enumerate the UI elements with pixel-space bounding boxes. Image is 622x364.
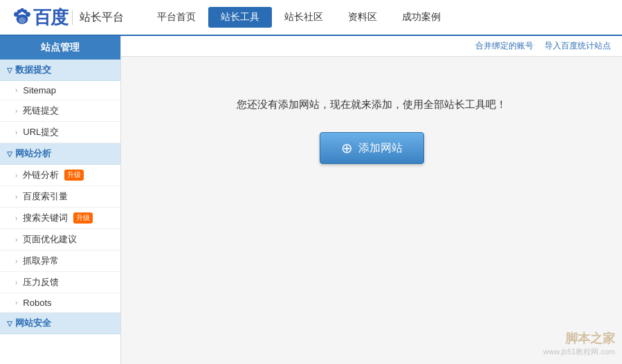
add-icon: ⊕ [341,140,353,156]
sidebar-section-data-submit[interactable]: ▽ 数据提交 [0,60,120,81]
sidebar-item-sitemap[interactable]: › Sitemap [0,81,120,100]
add-website-button[interactable]: ⊕ 添加网站 [320,132,424,164]
baidu-paw-icon [12,8,32,27]
sidebar-item-outbound-links[interactable]: › 外链分析 升级 [0,165,120,186]
sidebar-section-data-submit-label: 数据提交 [15,64,51,76]
arrow-crawl-error: › [15,257,17,265]
arrow-outbound-links: › [15,172,17,179]
collapse-arrow-site-analysis: ▽ [7,150,12,158]
nav-item-cases[interactable]: 成功案例 [390,7,453,28]
sidebar-item-baidu-index[interactable]: › 百度索引量 [0,186,120,208]
sidebar-section-site-security[interactable]: ▽ 网站安全 [0,313,120,334]
sidebar-section-site-analysis[interactable]: ▽ 网站分析 [0,143,120,165]
sidebar-item-dead-links[interactable]: › 死链提交 [0,100,120,122]
import-stats-link[interactable]: 导入百度统计站点 [545,40,611,52]
watermark-sub: www.jb51教程网.com [543,347,615,357]
arrow-page-optimize: › [15,236,17,244]
baidu-logo: 百度 [11,6,68,30]
arrow-dead-links: › [15,107,17,115]
sidebar-section-site-security-label: 网站安全 [15,317,51,329]
badge-search-keywords: 升级 [73,212,93,224]
nav-item-tools[interactable]: 站长工具 [208,7,272,28]
add-website-label: 添加网站 [358,141,403,156]
sidebar-item-robots[interactable]: › Robots [0,293,120,313]
sidebar-item-pressure-feedback[interactable]: › 压力反馈 [0,272,120,293]
arrow-sitemap: › [15,87,17,94]
nav-item-community[interactable]: 站长社区 [272,7,336,28]
sidebar-item-url-submit[interactable]: › URL提交 [0,122,120,143]
merge-account-link[interactable]: 合并绑定的账号 [475,40,533,52]
sidebar-item-page-optimize[interactable]: › 页面优化建议 [0,229,120,251]
main-toolbar: 合并绑定的账号 导入百度统计站点 [121,36,622,57]
arrow-url-submit: › [15,129,17,136]
baidu-logo-text: 百度 [33,6,68,30]
badge-outbound-links: 升级 [64,170,84,181]
svg-point-6 [19,17,26,23]
collapse-arrow-site-security: ▽ [7,320,12,327]
arrow-robots: › [15,299,17,307]
watermark-main: 脚本之家 [543,330,615,347]
nav-item-resources[interactable]: 资料区 [336,7,390,28]
logo-area: 百度 站长平台 [11,6,124,30]
arrow-search-keywords: › [15,215,17,222]
nav-item-home[interactable]: 平台首页 [145,7,208,28]
main-nav: 平台首页 站长工具 站长社区 资料区 成功案例 [145,7,453,28]
layout: 站点管理 ▽ 数据提交 › Sitemap › 死链提交 › URL提交 ▽ 网… [0,36,622,364]
sidebar-item-search-keywords[interactable]: › 搜索关键词 升级 [0,208,120,229]
sidebar-section-site-analysis-label: 网站分析 [15,147,51,160]
empty-message: 您还没有添加网站，现在就来添加，使用全部站长工具吧！ [237,98,506,111]
arrow-pressure-feedback: › [15,279,17,286]
collapse-arrow-data-submit: ▽ [7,66,12,74]
sidebar-item-crawl-error[interactable]: › 抓取异常 [0,251,120,272]
header: 百度 站长平台 平台首页 站长工具 站长社区 资料区 成功案例 [0,0,622,36]
platform-title: 站长平台 [72,10,124,25]
svg-point-5 [20,8,24,12]
arrow-baidu-index: › [15,193,17,201]
sidebar: 站点管理 ▽ 数据提交 › Sitemap › 死链提交 › URL提交 ▽ 网… [0,36,121,364]
sidebar-title: 站点管理 [0,36,120,60]
main-content: 合并绑定的账号 导入百度统计站点 您还没有添加网站，现在就来添加，使用全部站长工… [121,36,622,364]
main-body: 您还没有添加网站，现在就来添加，使用全部站长工具吧！ ⊕ 添加网站 [121,57,622,206]
watermark: 脚本之家 www.jb51教程网.com [543,330,615,357]
